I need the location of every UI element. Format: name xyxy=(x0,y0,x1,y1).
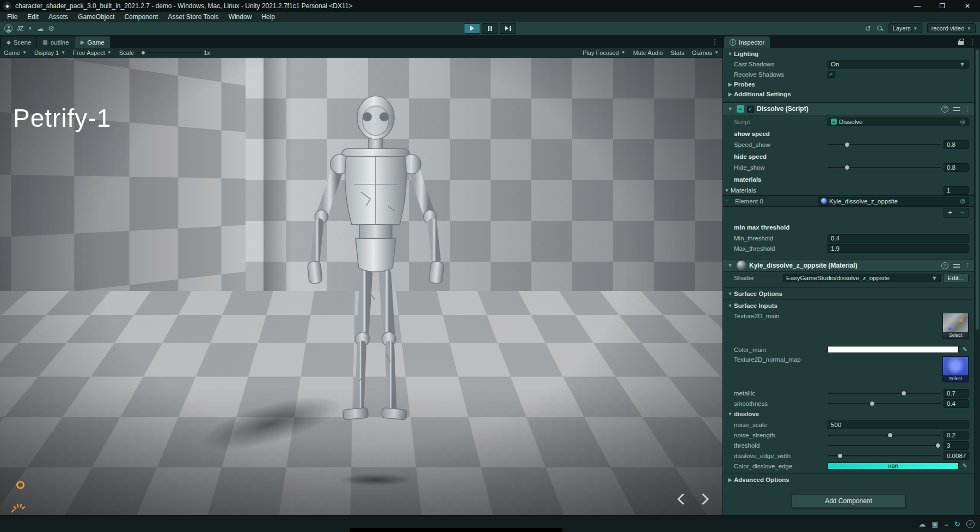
smoothness-slider[interactable] xyxy=(828,399,941,408)
game-menu-dropdown[interactable]: Game ▼ xyxy=(0,50,30,56)
max-threshold-field[interactable]: 1.9 xyxy=(828,244,969,253)
slider-knob[interactable] xyxy=(837,453,843,459)
remove-element-button[interactable]: − xyxy=(956,208,968,216)
material-header[interactable]: ▼ Kyle_dissolve_z_oppsite (Material) ? ⋮ xyxy=(723,259,974,272)
menu-file[interactable]: File xyxy=(2,13,22,21)
drag-handle-icon[interactable]: ≡ xyxy=(723,198,731,204)
pause-button[interactable] xyxy=(482,23,498,34)
cast-shadows-dropdown[interactable]: On ▼ xyxy=(828,60,969,69)
dissolve-component-header[interactable]: ▼ ≡ ✓ Dissolve (Script) ? ⋮ xyxy=(723,102,974,115)
probes-foldout[interactable]: ▶ Probes xyxy=(723,79,974,89)
dissolve-foldout[interactable]: ▼ disslove xyxy=(723,409,974,419)
add-element-button[interactable]: + xyxy=(944,208,956,216)
scale-slider[interactable] xyxy=(136,50,201,55)
help-icon[interactable]: ? xyxy=(941,106,948,113)
undo-history-icon[interactable]: ↺ xyxy=(865,25,871,32)
shader-edit-button[interactable]: Edit... xyxy=(943,274,969,282)
menu-component[interactable]: Component xyxy=(119,13,163,21)
script-object-field[interactable]: ≡ Dissolve ◎ xyxy=(828,117,969,126)
account-icon[interactable] xyxy=(4,24,13,33)
aspect-dropdown[interactable]: Free Aspect ▼ xyxy=(69,50,115,56)
slider-knob[interactable] xyxy=(935,443,941,448)
tabbar-kebab-icon[interactable]: ⋮ xyxy=(707,38,722,46)
tab-outline[interactable]: ▦ outline xyxy=(37,36,74,48)
scale-slider-knob[interactable] xyxy=(141,51,145,55)
inspector-scrollbar[interactable] xyxy=(974,48,980,515)
help-icon[interactable]: ? xyxy=(941,262,948,269)
stats-toggle[interactable]: Stats xyxy=(667,50,688,56)
menu-window[interactable]: Window xyxy=(224,13,257,21)
step-button[interactable] xyxy=(500,23,516,34)
metallic-slider[interactable] xyxy=(828,389,941,398)
slider-knob[interactable] xyxy=(844,165,850,170)
receive-shadows-checkbox[interactable]: ✓ xyxy=(828,71,835,78)
metallic-value[interactable]: 0.7 xyxy=(944,389,969,398)
services-icon[interactable]: ▣ xyxy=(932,521,938,528)
materials-list-label[interactable]: Materials xyxy=(731,187,756,194)
slider-knob[interactable] xyxy=(901,391,906,396)
shader-dropdown[interactable]: EasyGameStudio/dissolve_z_oppsite ▼ xyxy=(783,274,941,282)
game-viewport[interactable]: Petrify-1 xyxy=(0,58,722,515)
noise-scale-field[interactable]: 500 xyxy=(828,420,969,429)
console-icon[interactable]: ≡ xyxy=(945,521,949,528)
cloud-icon[interactable]: ☁ xyxy=(36,25,44,32)
kebab-icon[interactable]: ⋮ xyxy=(965,106,971,113)
dissolve-edge-color-swatch[interactable]: HDR xyxy=(828,462,959,469)
dissolve-edge-width-value[interactable]: 0.0087 xyxy=(944,451,969,460)
account-label[interactable]: JZ xyxy=(17,25,23,32)
advanced-options-foldout[interactable]: ▶ Advanced Options xyxy=(723,473,974,485)
layout-dropdown[interactable]: record video ▼ xyxy=(927,23,976,33)
surface-inputs-foldout[interactable]: ▼ Surface Inputs xyxy=(723,299,974,311)
surface-options-foldout[interactable]: ▼ Surface Options xyxy=(723,287,974,299)
add-component-button[interactable]: Add Component xyxy=(792,494,906,508)
mute-audio-toggle[interactable]: Mute Audio xyxy=(629,50,667,56)
slider-knob[interactable] xyxy=(844,142,850,147)
menu-assets[interactable]: Assets xyxy=(44,13,73,21)
display-dropdown[interactable]: Display 1 ▼ xyxy=(30,50,69,56)
previous-arrow-icon[interactable] xyxy=(677,493,689,505)
lock-icon[interactable] xyxy=(958,41,964,45)
eyedropper-icon[interactable]: ✎ xyxy=(961,462,969,469)
tab-scene[interactable]: ◆ Scene xyxy=(1,36,36,48)
status-check-icon[interactable]: ✓ xyxy=(966,520,975,528)
slider-knob[interactable] xyxy=(887,432,893,438)
noise-strength-slider[interactable] xyxy=(828,431,941,440)
texture-main-thumbnail[interactable]: Select xyxy=(942,313,969,339)
maximize-button[interactable]: ❐ xyxy=(930,0,955,12)
materials-size-field[interactable]: 1 xyxy=(944,186,969,195)
element0-object-field[interactable]: Kyle_dissolve_z_oppsite ◎ xyxy=(818,197,969,206)
layers-dropdown[interactable]: Layers ▼ xyxy=(889,23,922,33)
search-icon[interactable] xyxy=(876,24,884,32)
menu-gameobject[interactable]: GameObject xyxy=(73,13,119,21)
threshold-value[interactable]: 3 xyxy=(944,441,969,450)
color-main-swatch[interactable] xyxy=(828,346,959,353)
tab-inspector[interactable]: i Inspector xyxy=(724,36,770,48)
play-focused-dropdown[interactable]: Play Focused ▼ xyxy=(579,50,629,56)
component-enabled-checkbox[interactable]: ✓ xyxy=(747,106,754,113)
refresh-activity-icon[interactable]: ↻ xyxy=(954,521,960,528)
min-threshold-field[interactable]: 0.4 xyxy=(828,234,969,243)
menu-edit[interactable]: Edit xyxy=(22,13,44,21)
close-button[interactable]: ✕ xyxy=(955,0,980,12)
eyedropper-icon[interactable]: ✎ xyxy=(961,346,969,353)
presets-icon[interactable] xyxy=(953,106,960,112)
select-button[interactable]: Select xyxy=(943,375,968,382)
lighting-foldout[interactable]: ▼ Lighting xyxy=(723,49,974,59)
kebab-icon[interactable]: ⋮ xyxy=(965,262,971,269)
presets-icon[interactable] xyxy=(953,263,960,268)
next-arrow-icon[interactable] xyxy=(697,493,709,505)
smoothness-value[interactable]: 0.4 xyxy=(944,399,969,408)
dissolve-edge-width-slider[interactable] xyxy=(828,451,941,460)
scrollbar-thumb[interactable] xyxy=(976,50,979,330)
object-picker-icon[interactable]: ◎ xyxy=(960,197,965,205)
noise-strength-value[interactable]: 0.2 xyxy=(944,431,969,440)
hide-show-value[interactable]: 0.8 xyxy=(944,163,969,172)
menu-asset-store-tools[interactable]: Asset Store Tools xyxy=(163,13,223,21)
normal-map-thumbnail[interactable]: Select xyxy=(942,356,969,382)
speed-show-slider[interactable] xyxy=(828,140,941,149)
inspector-kebab-icon[interactable]: ⋮ xyxy=(969,38,976,46)
cloud-status-icon[interactable]: ☁ xyxy=(918,521,926,528)
play-button[interactable] xyxy=(464,23,480,34)
threshold-slider[interactable] xyxy=(828,441,941,450)
additional-settings-foldout[interactable]: ▶ Additional Settings xyxy=(723,89,974,99)
